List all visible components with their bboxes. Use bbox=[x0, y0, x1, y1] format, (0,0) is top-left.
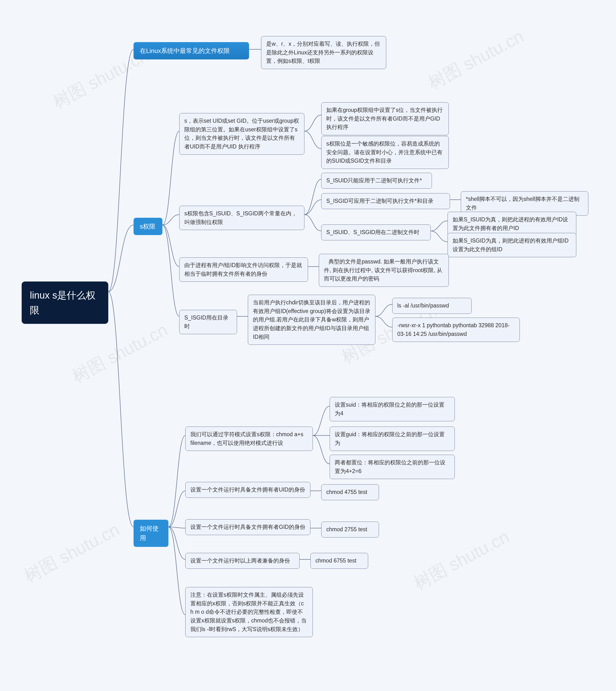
watermark: 树图 shutu.cn bbox=[68, 318, 172, 388]
s-isgid-cmd-output: -rwsr-xr-x 1 pythontab pythontab 32988 2… bbox=[392, 318, 520, 342]
use-suid-4: 设置suid：将相应的权限位之前的那一位设置为4 bbox=[330, 397, 455, 421]
common-desc: 是w、r、x，分别对应着写、读、执行权限，但是除此之外Linux还支持另外一系列… bbox=[261, 36, 386, 69]
s-setuid-desc: s，表示set UID或set GID。位于user或group权限组的第三位置… bbox=[179, 113, 304, 155]
use-both-file: 设置一个文件运行时以上两者兼备的身份 bbox=[185, 553, 300, 569]
s-force-isuid-bin: S_ISUID只能应用于二进制可执行文件* bbox=[321, 173, 432, 188]
s-temp-identity: 由于进程有用户/组ID影响文件访问权限，于是就相当于临时拥有文件所有者的身份 bbox=[179, 258, 308, 282]
s-force-desc: s权限包含S_ISUID、S_ISGID两个常量在内，叫做强制位权限 bbox=[179, 206, 304, 230]
use-note: 注意：在设置s权限时文件属主、属组必须先设置相应的x权限，否则s权限并不能正真生… bbox=[185, 587, 313, 637]
use-gid-cmd: chmod 2755 test bbox=[321, 521, 379, 537]
s-setuid-warning: s权限位是一个敏感的权限位，容易造成系统的安全问题。请在设置时小心，并注意系统中… bbox=[321, 136, 449, 169]
use-chmod-desc: 我们可以通过字符模式设置s权限：chmod a+s filename，也可以使用… bbox=[185, 427, 313, 451]
watermark: 树图 shutu.cn bbox=[410, 525, 513, 595]
s-force-isgid-bin-dir: S_ISGID可应用于二进制可执行文件*和目录 bbox=[321, 193, 450, 209]
s-isgid-cmd-ls: ls -al /usr/bin/passwd bbox=[392, 298, 471, 314]
use-gid-file: 设置一个文件运行时具备文件拥有者GID的身份 bbox=[185, 519, 310, 535]
watermark: 树图 shutu.cn bbox=[424, 25, 528, 94]
branch-how-to-use[interactable]: 如何使用 bbox=[134, 520, 169, 547]
root-node[interactable]: linux s是什么权限 bbox=[22, 282, 108, 324]
branch-common-permissions[interactable]: 在Linux系统中最常见的文件权限 bbox=[134, 42, 249, 60]
s-isgid-dir: S_ISGID用在目录时 bbox=[179, 310, 237, 334]
s-force-isgid-true: 如果S_ISGID为真，则把此进程的有效用户组ID设置为此文件的组ID bbox=[447, 233, 576, 257]
watermark: 树图 shutu.cn bbox=[20, 518, 124, 588]
use-both-6: 两者都置位：将相应的权限位之前的那一位设置为4+2=6 bbox=[330, 455, 455, 479]
use-guid: 设置guid：将相应的权限位之前的那一位设置为 bbox=[330, 427, 455, 451]
branch-s-permission[interactable]: s权限 bbox=[134, 218, 162, 235]
use-both-cmd: chmod 6755 test bbox=[310, 553, 368, 569]
s-force-isuid-true: 如果S_ISUID为真，则把此进程的有效用户ID设置为此文件拥有者的用户ID bbox=[447, 212, 576, 236]
use-uid-cmd: chmod 4755 test bbox=[321, 484, 379, 500]
s-setuid-group: 如果在group权限组中设置了s位，当文件被执行时，该文件是以文件所有者GID而… bbox=[321, 102, 449, 135]
s-temp-passwd: 典型的文件是passwd. 如果一般用户执行该文件, 则在执行过程中, 该文件可… bbox=[319, 254, 449, 287]
s-isgid-dir-desc: 当前用户执行chdir切换至该目录后，用户进程的有效用户组ID(effectiv… bbox=[248, 295, 375, 345]
use-uid-file: 设置一个文件运行时具备文件拥有者UID的身份 bbox=[185, 482, 310, 498]
s-force-binary-when: S_ISUID、S_ISGID用在二进制文件时 bbox=[321, 224, 431, 240]
